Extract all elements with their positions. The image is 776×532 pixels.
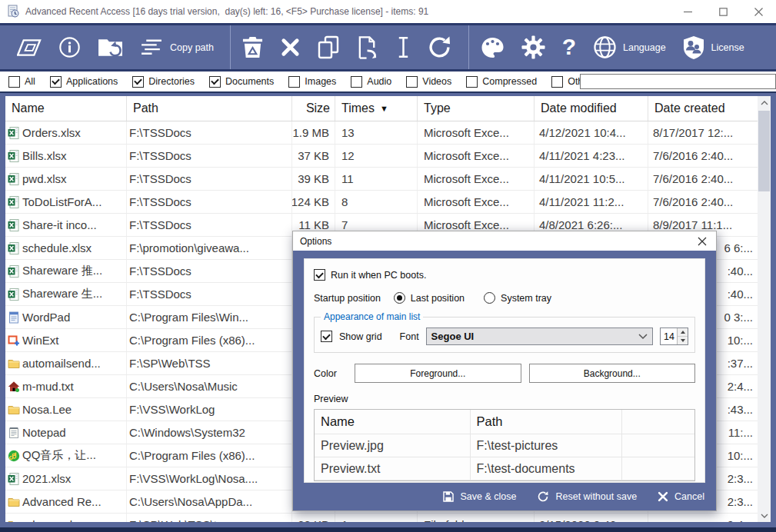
- cell-date-created: 8/17/2017 12:...: [648, 121, 758, 144]
- appearance-group: Appearance of main list Show grid Font S…: [314, 317, 695, 353]
- stepper-down-icon[interactable]: [678, 337, 688, 344]
- cell-path: F:\TSSDocs: [127, 260, 292, 282]
- delete-button[interactable]: [280, 37, 301, 58]
- open-folder-button[interactable]: [97, 36, 124, 58]
- foreground-button[interactable]: Foreground...: [355, 364, 521, 383]
- scroll-up-icon[interactable]: [758, 96, 771, 109]
- toolbar-separator: [468, 25, 469, 69]
- background-button[interactable]: Background...: [529, 364, 696, 383]
- info-button[interactable]: [58, 36, 81, 58]
- cell-name: m-mud.txt: [5, 375, 127, 397]
- language-label: Language: [623, 42, 666, 53]
- help-button[interactable]: ?: [561, 35, 577, 59]
- filter-label-videos: Videos: [422, 76, 451, 87]
- column-header-dmod[interactable]: Date modified: [535, 96, 648, 121]
- close-button[interactable]: [741, 0, 776, 23]
- folder-icon: [8, 404, 20, 416]
- language-button[interactable]: Language: [593, 35, 666, 59]
- scrollbar-thumb[interactable]: [758, 111, 770, 191]
- date-created-fragment: 9:4...: [728, 514, 753, 522]
- copy-path-label: Copy path: [170, 42, 214, 53]
- cancel-button[interactable]: Cancel: [658, 491, 704, 502]
- options-close-icon[interactable]: [688, 231, 716, 251]
- refresh-button[interactable]: [427, 35, 452, 60]
- column-header-path[interactable]: Path: [127, 96, 292, 121]
- recycle-bin-button[interactable]: [241, 35, 264, 59]
- filter-checkbox-videos[interactable]: [406, 76, 418, 88]
- scroll-down-icon[interactable]: [758, 509, 771, 522]
- filter-checkbox-images[interactable]: [288, 76, 300, 88]
- cancel-label: Cancel: [674, 491, 704, 502]
- column-label-dmod: Date modified: [541, 101, 617, 115]
- preview-label: Preview: [314, 394, 695, 404]
- table-row[interactable]: Orders.xlsxF:\TSSDocs1.9 MB13Microsoft E…: [5, 121, 758, 145]
- cell-path: F:\TSSDocs: [127, 283, 292, 305]
- cell-size: 1.9 MB: [292, 121, 335, 144]
- preview-row: Preview.jpgF:\test-pictures: [315, 434, 694, 457]
- system-tray-radio[interactable]: [484, 292, 495, 304]
- filter-checkbox-documents[interactable]: [209, 76, 221, 88]
- cell-path: C:\Program Files (x86)...: [127, 444, 292, 467]
- column-header-type[interactable]: Type: [418, 96, 535, 121]
- vertical-scrollbar[interactable]: [758, 96, 771, 522]
- filter-checkbox-directories[interactable]: [132, 76, 144, 88]
- search-input[interactable]: [580, 74, 776, 89]
- run-on-boot-checkbox[interactable]: [314, 269, 325, 281]
- filter-checkbox-all[interactable]: [8, 76, 20, 88]
- cell-type: Microsoft Exce...: [418, 168, 535, 190]
- excel-icon: [8, 196, 20, 208]
- filter-checkbox-applications[interactable]: [50, 76, 62, 88]
- cell-path: C:\Users\Nosa\Music: [127, 375, 292, 397]
- cell-path: F:\TSSDocs: [127, 145, 292, 167]
- font-dropdown[interactable]: Segoe UI: [426, 328, 653, 345]
- save-and-close-button[interactable]: Save & close: [442, 490, 517, 503]
- column-label-times: Times: [341, 101, 375, 115]
- date-created-fragment: 2:4...: [728, 375, 753, 397]
- table-row[interactable]: ToDoListForA...F:\TSSDocs124 KB8Microsof…: [5, 191, 758, 214]
- table-row[interactable]: advanced-re...F:\SP\Web\TSS\tc88 KB1File…: [5, 514, 758, 522]
- theme-button[interactable]: [480, 36, 505, 59]
- column-header-name[interactable]: Name: [5, 96, 127, 121]
- cell-type: Microsoft Exce...: [418, 145, 535, 167]
- license-button[interactable]: License: [682, 35, 744, 60]
- preview-col-name: Name: [315, 410, 471, 434]
- filter-checkbox-compressed[interactable]: [466, 76, 478, 88]
- date-created-fragment: 2:3...: [728, 467, 753, 490]
- filter-item-all: All: [8, 76, 35, 88]
- filter-item-documents: Documents: [209, 76, 274, 88]
- copy-files-button[interactable]: [317, 35, 340, 60]
- font-size-stepper[interactable]: 14: [660, 328, 688, 345]
- maximize-button[interactable]: [705, 0, 741, 23]
- preview-col-path: Path: [471, 410, 623, 434]
- export-button[interactable]: [356, 35, 380, 60]
- rename-button[interactable]: [396, 35, 411, 59]
- open-button[interactable]: [17, 38, 42, 58]
- wordpad-icon: [8, 311, 20, 324]
- table-row[interactable]: Bills.xlsxF:\TSSDocs37 KB12Microsoft Exc…: [5, 145, 758, 168]
- show-grid-checkbox[interactable]: [321, 331, 332, 342]
- table-row[interactable]: pwd.xlsxF:\TSSDocs39 KB11Microsoft Exce.…: [5, 168, 758, 191]
- stepper-up-icon[interactable]: [678, 328, 688, 337]
- filter-label-documents: Documents: [225, 76, 274, 87]
- copy-path-icon: [140, 38, 164, 56]
- preview-header-row: NamePath: [315, 410, 694, 434]
- copy-path-button[interactable]: Copy path: [140, 38, 214, 56]
- folder-icon: [8, 357, 20, 370]
- filter-item-audio: Audio: [351, 76, 391, 88]
- settings-button[interactable]: [521, 35, 545, 59]
- cell-name: Advanced Re...: [5, 490, 127, 513]
- rename-icon: [396, 35, 411, 59]
- filter-item-compressed: Compressed: [466, 76, 537, 88]
- chevron-down-icon: [638, 331, 648, 342]
- column-label-size: Size: [306, 101, 330, 115]
- column-header-size[interactable]: Size: [292, 96, 335, 121]
- cell-date-created: 7/6/2016 2:40...: [648, 191, 758, 213]
- column-header-dcre[interactable]: Date created: [648, 96, 758, 121]
- reset-without-save-button[interactable]: Reset without save: [537, 490, 637, 503]
- column-header-times[interactable]: Times▼: [335, 96, 418, 121]
- minimize-button[interactable]: [670, 0, 705, 23]
- filter-checkbox-others[interactable]: [551, 76, 563, 88]
- filter-checkbox-audio[interactable]: [351, 76, 362, 88]
- window-title: Advanced Recent Access [16 days trial ve…: [25, 6, 428, 17]
- last-position-radio[interactable]: [394, 292, 405, 304]
